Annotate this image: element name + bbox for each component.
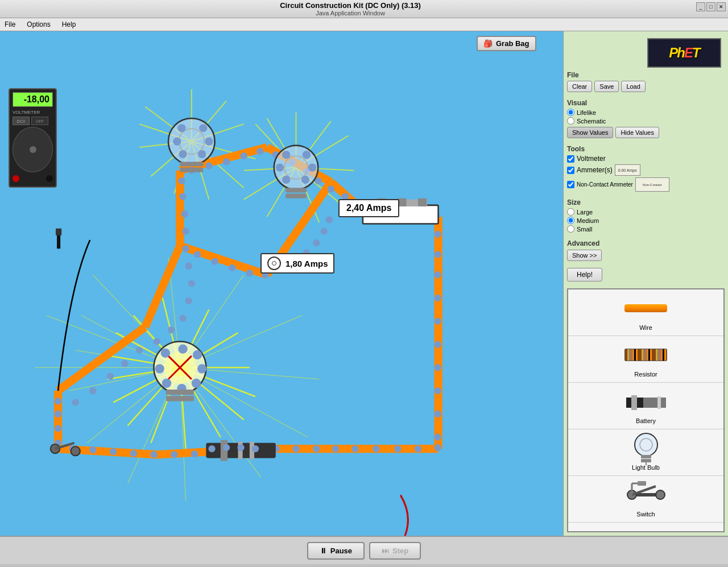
- close-btn[interactable]: ✕: [717, 2, 726, 11]
- resistor-component[interactable]: Resistor: [568, 336, 723, 383]
- voltmeter-checkbox[interactable]: [567, 155, 574, 163]
- svg-point-111: [373, 445, 379, 452]
- svg-line-64: [180, 246, 267, 275]
- clear-button[interactable]: Clear: [567, 81, 592, 92]
- ammeter-tool-label: Ammeter(s): [577, 166, 613, 174]
- svg-rect-150: [180, 162, 203, 166]
- svg-point-174: [155, 364, 164, 373]
- small-radio[interactable]: [567, 225, 574, 233]
- svg-point-66: [72, 399, 79, 405]
- pause-label: Pause: [330, 547, 352, 555]
- light-bulb-icon: [623, 434, 669, 462]
- save-button[interactable]: Save: [594, 81, 619, 92]
- medium-label: Medium: [577, 217, 599, 224]
- menu-options[interactable]: Options: [24, 19, 52, 30]
- voltmeter-dial[interactable]: DCV: [13, 117, 30, 125]
- show-advanced-button[interactable]: Show >>: [567, 250, 602, 261]
- wire-component[interactable]: Wire: [568, 289, 723, 336]
- minimize-btn[interactable]: _: [696, 2, 705, 11]
- svg-point-68: [107, 373, 114, 380]
- show-values-button[interactable]: Show Values: [567, 127, 613, 138]
- step-button[interactable]: ⏭ Step: [369, 542, 421, 560]
- voltmeter-black-terminal[interactable]: [46, 175, 53, 182]
- non-contact-checkbox[interactable]: [567, 181, 574, 188]
- svg-point-167: [161, 349, 170, 358]
- non-contact-tool-row: Non-Contact Ammeter Non-Contact: [567, 177, 725, 192]
- svg-point-184: [252, 445, 259, 452]
- voltmeter-device[interactable]: -18,00 VOLTMETER DCV OFF: [9, 88, 57, 188]
- voltmeter-tool-label: Voltmeter: [577, 155, 606, 163]
- light-bulb-component[interactable]: Light Bulb: [568, 429, 723, 476]
- svg-rect-194: [57, 234, 60, 249]
- grab-bag-label: Grab Bag: [496, 39, 530, 48]
- voltmeter-off: OFF: [31, 117, 48, 125]
- window-title: Circuit Construction Kit (DC Only) (3.13…: [1, 1, 700, 10]
- voltmeter-red-terminal[interactable]: [13, 175, 19, 182]
- hide-values-button[interactable]: Hide Values: [615, 127, 659, 138]
- svg-point-171: [192, 379, 201, 388]
- step-label: Step: [392, 547, 408, 555]
- file-section: File Clear Save Load: [567, 69, 725, 92]
- voltmeter-knob[interactable]: [13, 127, 53, 172]
- svg-point-108: [434, 444, 441, 451]
- svg-point-91: [328, 185, 334, 192]
- svg-point-81: [178, 177, 185, 184]
- svg-point-134: [246, 270, 253, 276]
- load-button[interactable]: Load: [621, 81, 645, 92]
- ammeter-display-1: 2,40 Amps: [338, 199, 399, 217]
- svg-point-130: [55, 398, 61, 404]
- ammeter-checkbox[interactable]: [567, 167, 574, 174]
- maximize-btn[interactable]: □: [706, 2, 715, 11]
- battery-component[interactable]: Battery: [568, 383, 723, 429]
- svg-point-156: [308, 163, 316, 171]
- svg-point-132: [212, 258, 218, 265]
- svg-rect-195: [56, 229, 61, 235]
- small-size-option[interactable]: Small: [567, 225, 725, 233]
- svg-point-139: [313, 239, 320, 246]
- resistor-icon: [623, 341, 669, 369]
- phet-logo: PhET: [647, 38, 721, 68]
- svg-point-71: [153, 338, 160, 345]
- pause-icon: ⏸: [320, 547, 327, 555]
- svg-point-80: [179, 193, 186, 200]
- large-size-option[interactable]: Large: [567, 208, 725, 216]
- schematic-option[interactable]: Schematic: [567, 117, 725, 125]
- svg-point-148: [179, 150, 187, 158]
- svg-point-84: [223, 158, 230, 165]
- grab-bag-button[interactable]: 🎒 Grab Bag: [477, 36, 536, 51]
- circuit-canvas[interactable]: 🎒 Grab Bag: [0, 31, 563, 536]
- svg-point-121: [171, 451, 177, 458]
- schematic-radio[interactable]: [567, 117, 574, 125]
- medium-radio[interactable]: [567, 217, 574, 224]
- ammeter-2-value: 1,80 Amps: [286, 259, 328, 268]
- svg-point-70: [136, 347, 143, 354]
- ammeter-svg: 0.00 Amps: [624, 532, 667, 533]
- lifelike-option[interactable]: Lifelike: [567, 109, 725, 116]
- lifelike-radio[interactable]: [567, 109, 574, 116]
- svg-point-131: [194, 251, 201, 258]
- svg-point-169: [193, 350, 202, 359]
- svg-point-170: [197, 364, 206, 373]
- file-label: File: [567, 71, 725, 79]
- svg-point-122: [150, 451, 157, 458]
- svg-point-107: [434, 434, 441, 441]
- medium-size-option[interactable]: Medium: [567, 217, 725, 224]
- menu-file[interactable]: File: [2, 19, 18, 30]
- resistor-shape: [624, 349, 667, 361]
- wire-label: Wire: [639, 324, 652, 331]
- switch-svg: [626, 481, 666, 509]
- svg-point-72: [168, 326, 175, 333]
- battery-label: Battery: [636, 417, 656, 424]
- large-radio[interactable]: [567, 208, 574, 216]
- svg-point-158: [282, 176, 290, 184]
- svg-point-125: [89, 446, 96, 453]
- ammeter-component[interactable]: 0.00 Amps Ammeter: [568, 523, 723, 532]
- svg-point-106: [434, 411, 441, 417]
- help-button[interactable]: Help!: [567, 268, 602, 282]
- menu-help[interactable]: Help: [60, 19, 78, 30]
- switch-component[interactable]: Switch: [568, 476, 723, 523]
- advanced-section: Advanced Show >>: [567, 237, 725, 261]
- light-bulb-label: Light Bulb: [632, 464, 660, 471]
- svg-point-99: [434, 251, 441, 258]
- pause-button[interactable]: ⏸ Pause: [307, 542, 365, 560]
